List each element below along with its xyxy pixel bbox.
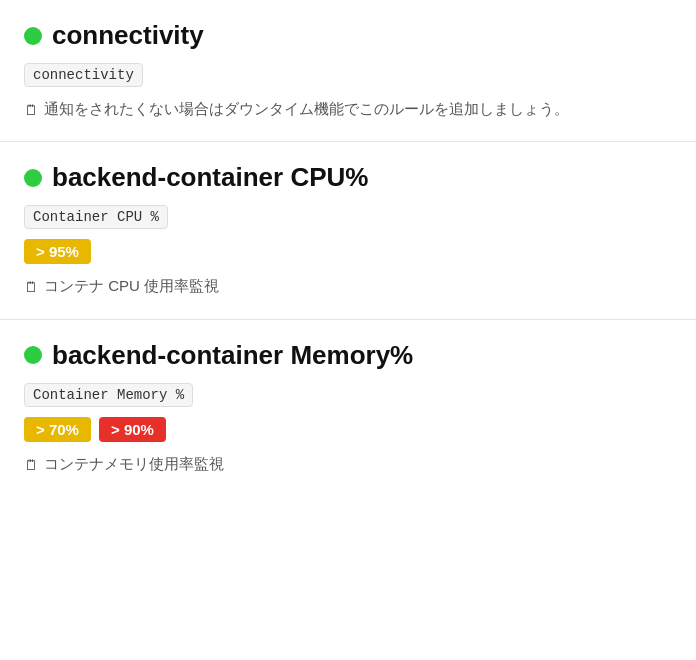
description-text: コンテナメモリ使用率監視 [44, 452, 224, 476]
monitor-description: 🗒通知をされたくない場合はダウンタイム機能でこのルールを追加しましょう。 [24, 97, 672, 121]
monitor-description: 🗒コンテナ CPU 使用率監視 [24, 274, 672, 298]
monitor-tag: Container CPU % [24, 205, 168, 229]
monitor-header: backend-container CPU% [24, 162, 672, 193]
monitor-title: backend-container Memory% [52, 340, 413, 371]
monitor-header: backend-container Memory% [24, 340, 672, 371]
monitors-list: connectivityconnectivity🗒通知をされたくない場合はダウン… [0, 0, 696, 496]
monitor-description: 🗒コンテナメモリ使用率監視 [24, 452, 672, 476]
monitor-tag: connectivity [24, 63, 143, 87]
status-indicator [24, 169, 42, 187]
description-text: 通知をされたくない場合はダウンタイム機能でこのルールを追加しましょう。 [44, 97, 569, 121]
monitor-item: backend-container Memory%Container Memor… [0, 320, 696, 496]
monitor-title: connectivity [52, 20, 204, 51]
monitor-tag: Container Memory % [24, 383, 193, 407]
monitor-item: backend-container CPU%Container CPU %> 9… [0, 142, 696, 319]
monitor-title: backend-container CPU% [52, 162, 368, 193]
description-icon: 🗒 [24, 454, 38, 476]
threshold-badge: > 95% [24, 239, 91, 264]
status-indicator [24, 27, 42, 45]
monitor-item: connectivityconnectivity🗒通知をされたくない場合はダウン… [0, 0, 696, 142]
monitor-header: connectivity [24, 20, 672, 51]
description-icon: 🗒 [24, 99, 38, 121]
description-text: コンテナ CPU 使用率監視 [44, 274, 219, 298]
description-icon: 🗒 [24, 276, 38, 298]
threshold-row: > 70%> 90% [24, 417, 672, 442]
threshold-badge: > 70% [24, 417, 91, 442]
threshold-badge: > 90% [99, 417, 166, 442]
threshold-row: > 95% [24, 239, 672, 264]
status-indicator [24, 346, 42, 364]
